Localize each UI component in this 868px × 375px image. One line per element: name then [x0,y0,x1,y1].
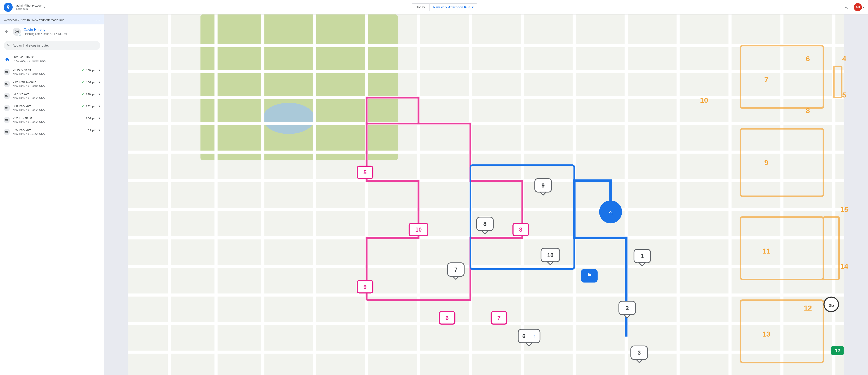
stop-time-area: ✓ 4:23 pm ▾ [82,104,100,108]
stop-check-icon: ✓ [82,92,84,96]
stop-item[interactable]: 06 375 Park Ave New York, NY 10152, USA … [0,126,104,138]
stop-number: 02 [4,81,10,87]
map-svg: 10 9 5 6 7 8 ⌂ [104,15,868,375]
stop-city: New York, NY 10019, USA [13,84,79,88]
stop-check-icon: ✓ [82,80,84,84]
stop-search-box[interactable] [4,41,100,50]
stop-expand-icon[interactable]: ▾ [98,116,100,120]
stop-time: 4:23 pm [86,105,96,108]
stop-item[interactable]: 05 222 E 56th St New York, NY 10022, USA… [0,114,104,126]
svg-text:7: 7 [454,266,458,273]
stop-time-area: 5:11 pm ▾ [86,128,100,132]
stop-item[interactable]: 02 712 Fifth Avenue New York, NY 10019, … [0,78,104,90]
home-city: New York, NY 10019, USA [13,59,46,63]
stop-time: 3:39 pm [86,68,96,72]
driver-row: GH 🕐 Gavin Harvey Finishing 6pm • Done 4… [0,24,104,38]
stop-expand-icon[interactable]: ▾ [98,80,100,84]
flag-marker: ⚑ [581,269,597,283]
driver-meta: Finishing 6pm • Done 4/11 • 13.2 mi [24,32,100,35]
route-selector-button[interactable]: New York Afternoon Run ▾ [430,3,477,11]
driver-avatar: GH 🕐 [13,28,21,36]
stop-details: 375 Park Ave New York, NY 10152, USA [13,128,83,136]
top-nav: admin@henrys.com New York ▾ Today New Yo… [0,0,868,15]
back-button[interactable] [4,29,10,35]
search-button[interactable] [842,3,851,12]
svg-text:11: 11 [762,247,770,255]
stop-city: New York, NY 10019, USA [13,73,79,76]
stop-number: 04 [4,105,10,111]
home-icon [5,57,10,62]
account-city: New York [16,7,42,10]
stop-time: 4:09 pm [86,92,96,96]
stop-expand-icon[interactable]: ▾ [98,128,100,132]
stop-address: 647 5th Ave [13,92,79,96]
driver-name[interactable]: Gavin Harvey [24,28,100,32]
nav-left: admin@henrys.com New York ▾ [4,3,47,12]
stop-item[interactable]: 03 647 5th Ave New York, NY 10022, USA ✓… [0,90,104,102]
search-icon [844,5,849,9]
stop-number: 03 [4,93,10,99]
svg-text:↑: ↑ [533,334,536,339]
svg-text:1: 1 [641,253,644,259]
svg-text:4: 4 [842,55,846,63]
svg-text:6: 6 [522,333,526,339]
driver-initials: GH [15,30,19,33]
stop-details: 712 Fifth Avenue New York, NY 10019, USA [13,80,79,88]
stop-city: New York, NY 10022, USA [13,108,79,112]
stop-check-icon: ✓ [82,68,84,72]
stop-expand-icon[interactable]: ▾ [98,92,100,96]
svg-text:9: 9 [764,158,768,167]
park-pond [263,103,315,134]
account-info: admin@henrys.com New York [16,4,42,10]
stops-list: 101 W 57th St New York, NY 10019, USA 01… [0,53,104,375]
stop-address: 73 W 55th St [13,68,79,72]
account-selector[interactable]: admin@henrys.com New York ▾ [14,3,47,11]
svg-text:15: 15 [840,205,848,213]
route-date-title: Wednesday, Nov 16 / New York Afternoon R… [4,18,64,22]
svg-text:7: 7 [764,76,768,84]
stop-item[interactable]: 04 300 Park Ave New York, NY 10022, USA … [0,102,104,114]
svg-text:14: 14 [840,262,848,270]
driver-clock-icon: 🕐 [18,33,21,36]
home-stop-info: 101 W 57th St New York, NY 10019, USA [13,55,46,63]
svg-text:8: 8 [806,107,810,115]
svg-text:12: 12 [804,304,812,312]
svg-text:6: 6 [806,55,810,63]
svg-text:7: 7 [497,315,500,321]
stop-city: New York, NY 10022, USA [13,120,83,123]
svg-text:8: 8 [483,221,487,227]
stop-expand-icon[interactable]: ▾ [98,68,100,72]
svg-text:⌂: ⌂ [609,208,613,217]
svg-text:5: 5 [842,91,846,99]
svg-rect-63 [518,329,540,343]
stop-details: 222 E 56th St New York, NY 10022, USA [13,116,83,123]
stop-expand-icon[interactable]: ▾ [98,104,100,108]
home-address: 101 W 57th St [13,55,46,59]
svg-text:12: 12 [835,348,840,353]
home-stop-icon [4,56,11,63]
stop-item[interactable]: 01 73 W 55th St New York, NY 10019, USA … [0,66,104,78]
map-area[interactable]: 10 9 5 6 7 8 ⌂ [104,15,868,375]
stop-address: 712 Fifth Avenue [13,80,79,84]
stop-search-input[interactable] [13,44,97,47]
route-chevron-icon: ▾ [472,5,473,9]
route-name-label: New York Afternoon Run [433,5,470,9]
user-avatar[interactable]: AH [854,3,862,11]
main-layout: Wednesday, Nov 16 / New York Afternoon R… [0,15,868,375]
logo-pin-icon [4,3,13,12]
sidebar-menu-button[interactable]: ⋯ [96,18,100,22]
stop-number: 01 [4,69,10,75]
svg-text:3: 3 [638,349,641,356]
stop-details: 73 W 55th St New York, NY 10019, USA [13,68,79,76]
user-avatar-dropdown[interactable]: AH ▾ [854,3,864,11]
nav-right: AH ▾ [842,3,864,12]
driver-info: Gavin Harvey Finishing 6pm • Done 4/11 •… [24,28,100,35]
stop-number: 05 [4,117,10,123]
stop-time: 4:51 pm [86,116,96,120]
today-button[interactable]: Today [412,3,430,11]
stop-time-area: ✓ 3:51 pm ▾ [82,80,100,84]
svg-text:25: 25 [829,302,834,308]
avatar-chevron-icon: ▾ [863,5,864,9]
stop-details: 647 5th Ave New York, NY 10022, USA [13,92,79,99]
stop-address: 300 Park Ave [13,104,79,108]
